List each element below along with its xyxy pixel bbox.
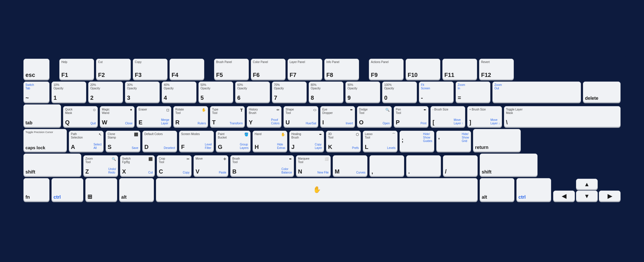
key-f12[interactable]: Revert F12 [479, 59, 514, 80]
dodge-icon: 🔍 [385, 108, 390, 115]
history-brush-icon: ✏ [277, 108, 279, 115]
paint-bucket-icon: 🪣 [244, 132, 249, 139]
key-space[interactable]: ✋ [156, 178, 478, 201]
esc-label: esc [25, 72, 47, 78]
key-h[interactable]: Hand ✋ H HideExtras [253, 131, 287, 152]
key-3[interactable]: 30%Opacity 3 [125, 82, 160, 102]
eraser-icon: ◻ [166, 108, 169, 112]
path-selection-icon: ↖ [99, 132, 102, 139]
key-i[interactable]: EyeDropper ✒ I Invert [320, 106, 355, 127]
key-d[interactable]: Default Colors D Deselect [142, 131, 177, 152]
key-alt-right[interactable]: alt [480, 178, 514, 201]
clone-stamp-icon: ⬛ [134, 132, 138, 139]
quick-mask-icon: ⊙ [93, 108, 96, 112]
key-ctrl-right[interactable]: ctrl [516, 178, 551, 201]
key-shift-right[interactable]: shift [480, 154, 538, 176]
key-shift-left[interactable]: shift [23, 154, 81, 176]
key-7[interactable]: 70%Opacity 7 [272, 82, 307, 102]
key-zoom-out[interactable]: ZoomOut [492, 82, 581, 102]
key-4[interactable]: 40%Opacity 4 [162, 82, 196, 102]
key-tab[interactable]: tab [23, 104, 61, 127]
key-2[interactable]: 20%Opacity 2 [88, 82, 123, 102]
key-delete[interactable]: delete [583, 82, 621, 102]
key-c[interactable]: CropTool ✂ C Copy [157, 155, 192, 176]
key-k[interactable]: 3DTool ⬡ K Prefs [326, 131, 361, 152]
key-f6[interactable]: Color Panel F6 [251, 59, 286, 80]
key-y[interactable]: HistoryBrush ✏ Y ProofColors [247, 106, 281, 127]
key-n[interactable]: MarqueeTool ⬜ N New File [296, 155, 331, 176]
key-alt-left[interactable]: alt [119, 178, 154, 201]
shape-icon: ⬭ [313, 108, 316, 115]
key-u[interactable]: ShapeTool ⬭ U Hue/Sat [284, 106, 318, 127]
key-minus[interactable]: FitScreen - [419, 82, 454, 102]
key-s[interactable]: CloneStamp ⬛ S Save [106, 131, 140, 152]
key-f[interactable]: Screen Modes F LevelFilter [179, 131, 214, 152]
key-o[interactable]: DodgeTool 🔍 O Open [357, 106, 392, 127]
key-windows[interactable]: ⊞ [85, 178, 117, 201]
f1-top: Help [61, 60, 92, 64]
key-f9[interactable]: Actions Panel F9 [369, 59, 404, 80]
key-t[interactable]: TypeTool T T Transform [210, 106, 245, 127]
key-f4[interactable]: F4 [170, 59, 204, 80]
move-icon: ✛ [223, 157, 226, 161]
key-quote[interactable]: ' Hide/ShowGrid [436, 131, 471, 152]
key-ctrl-left[interactable]: ctrl [51, 178, 83, 201]
key-tilde[interactable]: Switch Tab ~ [23, 82, 49, 102]
key-r[interactable]: RotateTool ✋ R Rulers [173, 106, 208, 127]
key-a[interactable]: PathSelection ↖ A SelectAll [69, 131, 104, 152]
key-equals[interactable]: ZoomIn = [456, 82, 490, 102]
key-fn[interactable]: fn [23, 178, 49, 201]
key-6[interactable]: 60%Opacity 6 [235, 82, 270, 102]
3d-tool-icon: ⬡ [356, 132, 359, 139]
key-1[interactable]: 10%Opacity 1 [51, 82, 86, 102]
key-0[interactable]: 100%Opacity 0 [382, 82, 417, 102]
key-9[interactable]: 90%Opacity 9 [345, 82, 380, 102]
lasso-icon: ⌒ [392, 132, 395, 139]
key-arrow-left[interactable]: ◀ [553, 191, 575, 201]
pen-icon: ✒ [424, 108, 426, 115]
key-semicolon[interactable]: ; Hide/ShowGuides [400, 131, 434, 152]
key-esc[interactable]: esc [23, 59, 49, 80]
key-f8[interactable]: Info Panel F8 [324, 59, 359, 80]
key-f1[interactable]: Help F1 [59, 59, 94, 80]
key-8[interactable]: 80%Opacity 8 [309, 82, 343, 102]
key-b[interactable]: BrushTool ✒ B ColorBalance [230, 155, 294, 176]
key-f3[interactable]: Copy F3 [133, 59, 168, 80]
key-bracket-left[interactable]: - Brush Size [ MoveLayer ↑ [430, 106, 465, 127]
key-f11[interactable]: F11 [442, 59, 477, 80]
key-f7[interactable]: Layer Panel F7 [288, 59, 322, 80]
magic-wand-icon: ✦ [130, 108, 133, 115]
key-arrow-right[interactable]: ▶ [599, 191, 621, 201]
key-j[interactable]: HealingBrush ✒ J CopyLayer [289, 131, 324, 152]
key-period[interactable]: . [406, 155, 441, 176]
key-return[interactable]: return [473, 129, 521, 152]
key-f10[interactable]: F10 [406, 59, 440, 80]
key-w[interactable]: MagicWand ✦ W Close [100, 106, 135, 127]
key-g[interactable]: PaintBucket 🪣 G GroupLayers [216, 131, 251, 152]
space-hand-icon: ✋ [313, 186, 321, 193]
key-z[interactable]: ZoomTool 🔍 Z Undo/Redo [83, 155, 118, 176]
marquee-icon: ⬜ [325, 157, 329, 164]
key-f5[interactable]: Brush Panel F5 [214, 59, 249, 80]
key-e[interactable]: Eraser ◻ E MergeLayer [137, 106, 171, 127]
key-m[interactable]: M Curves [333, 155, 367, 176]
eyedropper-icon: ✒ [350, 108, 353, 115]
key-f2[interactable]: Cut F2 [96, 59, 131, 80]
key-arrow-up[interactable]: ▲ [576, 179, 598, 189]
key-slash[interactable]: / [443, 155, 478, 176]
key-p[interactable]: PenTool ✒ P Print [394, 106, 428, 127]
key-arrow-down[interactable]: ▼ [576, 191, 598, 201]
key-x[interactable]: SwitchFg/Bg ⬛ X Cut [120, 155, 155, 176]
key-backslash[interactable]: Toggle LayerMask \ [504, 106, 621, 127]
key-caps-lock[interactable]: Toggle Precision Cursor caps lock [23, 129, 67, 152]
switch-fg-bg-icon: ⬛ [148, 157, 153, 164]
zoom-icon: 🔍 [112, 157, 116, 164]
key-l[interactable]: LassoTool ⌒ L Levels [363, 131, 398, 152]
key-5[interactable]: 50%Opacity 5 [198, 82, 233, 102]
key-q[interactable]: QuickMask ⊙ Q Quit [63, 106, 98, 127]
key-comma[interactable]: , [369, 155, 404, 176]
crop-icon: ✂ [187, 157, 189, 164]
key-bracket-right[interactable]: + Brush Size ] MoveLayer ↓ [467, 106, 502, 127]
key-v[interactable]: Move ✛ V Paste [194, 155, 228, 176]
hand-tool-icon: ✋ [281, 132, 285, 136]
